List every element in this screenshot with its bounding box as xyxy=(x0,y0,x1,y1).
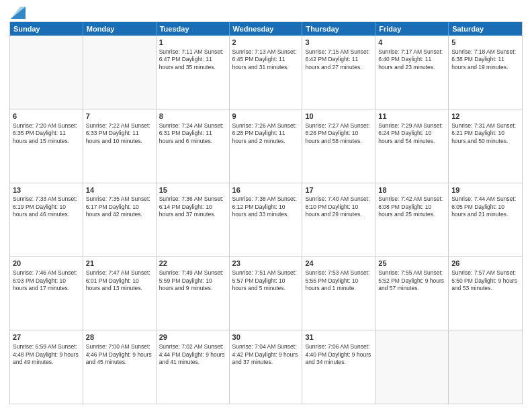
calendar-cell-r1c3: 9Sunrise: 7:26 AM Sunset: 6:28 PM Daylig… xyxy=(230,109,303,183)
day-number: 24 xyxy=(305,259,372,269)
day-info: Sunrise: 7:36 AM Sunset: 6:14 PM Dayligh… xyxy=(159,195,226,218)
day-number: 11 xyxy=(378,111,445,122)
day-info: Sunrise: 7:26 AM Sunset: 6:28 PM Dayligh… xyxy=(232,122,300,145)
calendar-cell-r4c2: 29Sunrise: 7:02 AM Sunset: 4:44 PM Dayli… xyxy=(157,330,230,404)
day-info: Sunrise: 7:42 AM Sunset: 6:08 PM Dayligh… xyxy=(378,195,445,218)
calendar-cell-r3c2: 22Sunrise: 7:49 AM Sunset: 5:59 PM Dayli… xyxy=(157,257,230,330)
day-info: Sunrise: 7:06 AM Sunset: 4:40 PM Dayligh… xyxy=(305,343,372,366)
day-number: 26 xyxy=(451,259,519,269)
day-info: Sunrise: 7:55 AM Sunset: 5:52 PM Dayligh… xyxy=(378,269,445,292)
day-info: Sunrise: 7:40 AM Sunset: 6:10 PM Dayligh… xyxy=(305,195,372,218)
day-info: Sunrise: 7:13 AM Sunset: 6:45 PM Dayligh… xyxy=(232,48,300,71)
header-day-sunday: Sunday xyxy=(10,22,83,36)
calendar-row-0: 1Sunrise: 7:11 AM Sunset: 6:47 PM Daylig… xyxy=(10,36,522,109)
day-number: 23 xyxy=(232,259,300,269)
calendar-cell-r3c6: 26Sunrise: 7:57 AM Sunset: 5:50 PM Dayli… xyxy=(449,257,522,330)
day-number: 18 xyxy=(378,185,445,195)
header-day-friday: Friday xyxy=(375,22,449,36)
day-number: 17 xyxy=(305,185,372,195)
day-info: Sunrise: 7:44 AM Sunset: 6:05 PM Dayligh… xyxy=(451,195,519,218)
day-info: Sunrise: 7:18 AM Sunset: 6:38 PM Dayligh… xyxy=(451,48,519,71)
day-info: Sunrise: 7:24 AM Sunset: 6:31 PM Dayligh… xyxy=(159,122,226,145)
calendar-cell-r4c0: 27Sunrise: 6:59 AM Sunset: 4:48 PM Dayli… xyxy=(10,330,83,404)
day-number: 7 xyxy=(86,111,153,122)
calendar-cell-r4c5 xyxy=(375,330,449,404)
calendar-cell-r2c5: 18Sunrise: 7:42 AM Sunset: 6:08 PM Dayli… xyxy=(375,183,449,257)
calendar: SundayMondayTuesdayWednesdayThursdayFrid… xyxy=(9,21,523,404)
calendar-cell-r3c5: 25Sunrise: 7:55 AM Sunset: 5:52 PM Dayli… xyxy=(375,257,449,330)
calendar-row-3: 20Sunrise: 7:46 AM Sunset: 6:03 PM Dayli… xyxy=(10,257,522,330)
calendar-cell-r4c3: 30Sunrise: 7:04 AM Sunset: 4:42 PM Dayli… xyxy=(230,330,303,404)
calendar-cell-r0c0 xyxy=(10,36,83,109)
calendar-cell-r2c2: 15Sunrise: 7:36 AM Sunset: 6:14 PM Dayli… xyxy=(157,183,230,257)
calendar-cell-r2c3: 16Sunrise: 7:38 AM Sunset: 6:12 PM Dayli… xyxy=(230,183,303,257)
day-info: Sunrise: 7:49 AM Sunset: 5:59 PM Dayligh… xyxy=(159,269,226,292)
day-number: 21 xyxy=(86,259,153,269)
logo xyxy=(9,7,26,17)
day-info: Sunrise: 7:47 AM Sunset: 6:01 PM Dayligh… xyxy=(86,269,153,292)
day-number: 29 xyxy=(159,332,226,342)
calendar-cell-r1c6: 12Sunrise: 7:31 AM Sunset: 6:21 PM Dayli… xyxy=(449,109,522,183)
day-number: 28 xyxy=(86,332,153,342)
day-number: 3 xyxy=(305,38,372,48)
day-number: 9 xyxy=(232,111,300,122)
calendar-row-2: 13Sunrise: 7:33 AM Sunset: 6:19 PM Dayli… xyxy=(10,183,522,257)
day-info: Sunrise: 6:59 AM Sunset: 4:48 PM Dayligh… xyxy=(13,343,80,366)
calendar-cell-r3c4: 24Sunrise: 7:53 AM Sunset: 5:55 PM Dayli… xyxy=(302,257,375,330)
calendar-cell-r0c6: 5Sunrise: 7:18 AM Sunset: 6:38 PM Daylig… xyxy=(449,36,522,109)
day-info: Sunrise: 7:00 AM Sunset: 4:46 PM Dayligh… xyxy=(86,343,153,366)
calendar-body: 1Sunrise: 7:11 AM Sunset: 6:47 PM Daylig… xyxy=(10,36,522,404)
header-day-thursday: Thursday xyxy=(302,22,375,36)
svg-marker-1 xyxy=(11,7,26,19)
day-number: 27 xyxy=(13,332,80,342)
header-day-tuesday: Tuesday xyxy=(157,22,230,36)
header-day-saturday: Saturday xyxy=(449,22,522,36)
day-number: 12 xyxy=(451,111,519,122)
day-number: 14 xyxy=(86,185,153,195)
day-info: Sunrise: 7:11 AM Sunset: 6:47 PM Dayligh… xyxy=(159,48,226,71)
header xyxy=(9,7,523,17)
day-info: Sunrise: 7:46 AM Sunset: 6:03 PM Dayligh… xyxy=(13,269,80,292)
calendar-cell-r0c4: 3Sunrise: 7:15 AM Sunset: 6:42 PM Daylig… xyxy=(302,36,375,109)
day-info: Sunrise: 7:04 AM Sunset: 4:42 PM Dayligh… xyxy=(232,343,300,366)
calendar-row-1: 6Sunrise: 7:20 AM Sunset: 6:35 PM Daylig… xyxy=(10,109,522,183)
calendar-cell-r0c2: 1Sunrise: 7:11 AM Sunset: 6:47 PM Daylig… xyxy=(157,36,230,109)
calendar-cell-r4c6 xyxy=(449,330,522,404)
day-info: Sunrise: 7:38 AM Sunset: 6:12 PM Dayligh… xyxy=(232,195,300,218)
day-info: Sunrise: 7:02 AM Sunset: 4:44 PM Dayligh… xyxy=(159,343,226,366)
calendar-cell-r1c2: 8Sunrise: 7:24 AM Sunset: 6:31 PM Daylig… xyxy=(157,109,230,183)
day-number: 6 xyxy=(13,111,80,122)
header-day-monday: Monday xyxy=(83,22,157,36)
day-info: Sunrise: 7:51 AM Sunset: 5:57 PM Dayligh… xyxy=(232,269,300,292)
calendar-row-4: 27Sunrise: 6:59 AM Sunset: 4:48 PM Dayli… xyxy=(10,330,522,404)
day-info: Sunrise: 7:53 AM Sunset: 5:55 PM Dayligh… xyxy=(305,269,372,292)
day-number: 19 xyxy=(451,185,519,195)
calendar-cell-r1c1: 7Sunrise: 7:22 AM Sunset: 6:33 PM Daylig… xyxy=(83,109,157,183)
logo-icon xyxy=(11,7,26,19)
calendar-cell-r1c4: 10Sunrise: 7:27 AM Sunset: 6:26 PM Dayli… xyxy=(302,109,375,183)
day-number: 13 xyxy=(13,185,80,195)
calendar-cell-r1c0: 6Sunrise: 7:20 AM Sunset: 6:35 PM Daylig… xyxy=(10,109,83,183)
calendar-cell-r2c4: 17Sunrise: 7:40 AM Sunset: 6:10 PM Dayli… xyxy=(302,183,375,257)
day-info: Sunrise: 7:15 AM Sunset: 6:42 PM Dayligh… xyxy=(305,48,372,71)
day-info: Sunrise: 7:35 AM Sunset: 6:17 PM Dayligh… xyxy=(86,195,153,218)
day-number: 2 xyxy=(232,38,300,48)
day-info: Sunrise: 7:31 AM Sunset: 6:21 PM Dayligh… xyxy=(451,122,519,145)
calendar-cell-r3c0: 20Sunrise: 7:46 AM Sunset: 6:03 PM Dayli… xyxy=(10,257,83,330)
day-info: Sunrise: 7:20 AM Sunset: 6:35 PM Dayligh… xyxy=(13,122,80,145)
day-info: Sunrise: 7:27 AM Sunset: 6:26 PM Dayligh… xyxy=(305,122,372,145)
calendar-cell-r2c1: 14Sunrise: 7:35 AM Sunset: 6:17 PM Dayli… xyxy=(83,183,157,257)
calendar-cell-r0c5: 4Sunrise: 7:17 AM Sunset: 6:40 PM Daylig… xyxy=(375,36,449,109)
calendar-cell-r2c0: 13Sunrise: 7:33 AM Sunset: 6:19 PM Dayli… xyxy=(10,183,83,257)
calendar-cell-r3c1: 21Sunrise: 7:47 AM Sunset: 6:01 PM Dayli… xyxy=(83,257,157,330)
day-info: Sunrise: 7:29 AM Sunset: 6:24 PM Dayligh… xyxy=(378,122,445,145)
calendar-cell-r0c1 xyxy=(83,36,157,109)
day-number: 15 xyxy=(159,185,226,195)
day-number: 20 xyxy=(13,259,80,269)
day-number: 22 xyxy=(159,259,226,269)
day-number: 1 xyxy=(159,38,226,48)
calendar-cell-r1c5: 11Sunrise: 7:29 AM Sunset: 6:24 PM Dayli… xyxy=(375,109,449,183)
calendar-cell-r3c3: 23Sunrise: 7:51 AM Sunset: 5:57 PM Dayli… xyxy=(230,257,303,330)
day-info: Sunrise: 7:22 AM Sunset: 6:33 PM Dayligh… xyxy=(86,122,153,145)
page: SundayMondayTuesdayWednesdayThursdayFrid… xyxy=(0,0,532,411)
